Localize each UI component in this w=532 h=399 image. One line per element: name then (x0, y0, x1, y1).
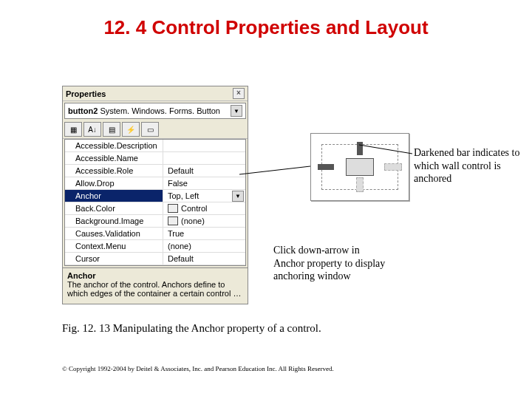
property-value-text: Default (168, 253, 194, 265)
property-value[interactable]: Control (163, 202, 245, 214)
property-row[interactable]: Accessible.RoleDefault (65, 165, 245, 177)
property-row[interactable]: Back.ColorControl (65, 202, 245, 215)
properties-panel: Properties × button2 System. Windows. Fo… (62, 86, 248, 304)
property-value-text: Default (168, 165, 194, 177)
anchor-editor-popup[interactable] (310, 133, 409, 201)
anchor-center-icon (346, 158, 374, 176)
anchor-bar-top[interactable] (357, 142, 363, 155)
pages-icon[interactable]: ▭ (141, 122, 159, 137)
property-name: Causes.Validation (65, 228, 163, 239)
color-swatch-icon (168, 204, 178, 213)
property-value[interactable]: True (163, 228, 245, 239)
property-row[interactable]: Accessible.Name (65, 152, 245, 165)
anchor-bar-bottom[interactable] (356, 177, 364, 192)
property-name: Background.Image (65, 215, 163, 227)
close-icon[interactable]: × (233, 88, 245, 99)
anchor-bar-right[interactable] (384, 163, 402, 171)
property-description-text: The anchor of the control. Anchors defin… (67, 280, 243, 298)
property-value[interactable] (163, 140, 245, 151)
property-name: Accessible.Name (65, 152, 163, 164)
property-value-text: True (168, 228, 184, 239)
property-value[interactable]: Top, Left▼ (163, 190, 245, 202)
properties-grid: Accessible.DescriptionAccessible.NameAcc… (64, 139, 246, 266)
anchor-editor-frame (321, 144, 398, 190)
chevron-down-icon[interactable]: ▼ (232, 191, 244, 202)
property-value-text: False (168, 177, 188, 189)
property-value-text: (none) (181, 215, 205, 227)
property-value[interactable]: (none) (163, 215, 245, 227)
property-name: Back.Color (65, 202, 163, 214)
property-row[interactable]: Allow.DropFalse (65, 177, 245, 190)
object-selector-text: button2 System. Windows. Forms. Button (68, 106, 220, 115)
events-icon[interactable]: ⚡ (122, 122, 140, 137)
callout-click-arrow: Click down-arrow in Anchor property to d… (273, 244, 392, 283)
property-value[interactable]: False (163, 177, 245, 189)
anchor-bar-left[interactable] (318, 164, 334, 170)
property-row[interactable]: Causes.ValidationTrue (65, 228, 245, 240)
property-row[interactable]: CursorDefault (65, 253, 245, 265)
property-name: Allow.Drop (65, 177, 163, 189)
callout-darkened-bar: Darkened bar indicates to which wall con… (414, 146, 532, 185)
property-row[interactable]: Accessible.Description (65, 140, 245, 152)
properties-toolbar: ▦ A↓ ▤ ⚡ ▭ (63, 120, 248, 139)
copyright-text: © Copyright 1992-2004 by Deitel & Associ… (62, 365, 334, 372)
property-row[interactable]: Context.Menu(none) (65, 240, 245, 253)
property-value-text: Top, Left (168, 190, 199, 202)
property-description-name: Anchor (67, 271, 243, 280)
alpha-sort-icon[interactable]: A↓ (83, 122, 101, 137)
property-description: Anchor The anchor of the control. Anchor… (63, 267, 248, 304)
categorized-icon[interactable]: ▦ (64, 122, 82, 137)
property-name: Accessible.Description (65, 140, 163, 151)
chevron-down-icon[interactable]: ▼ (231, 105, 242, 117)
property-value[interactable]: Default (163, 165, 245, 177)
svg-line-0 (239, 166, 310, 174)
property-value-text: Control (181, 202, 207, 214)
property-value[interactable]: (none) (163, 240, 245, 252)
object-selector[interactable]: button2 System. Windows. Forms. Button ▼ (64, 103, 246, 119)
property-name: Anchor (65, 190, 163, 202)
property-name: Accessible.Role (65, 165, 163, 177)
properties-titlebar: Properties × (63, 86, 248, 101)
property-row[interactable]: Background.Image(none) (65, 215, 245, 228)
section-heading: 12. 4 Control Properties and Layout (0, 16, 532, 39)
property-value-text: (none) (168, 240, 191, 252)
property-value[interactable]: Default (163, 253, 245, 265)
properties-icon[interactable]: ▤ (103, 122, 120, 137)
property-row[interactable]: AnchorTop, Left▼ (65, 190, 245, 202)
property-name: Context.Menu (65, 240, 163, 252)
figure-caption: Fig. 12. 13 Manipulating the Anchor prop… (62, 322, 321, 335)
properties-title: Properties (66, 89, 106, 98)
property-name: Cursor (65, 253, 163, 265)
color-swatch-icon (168, 216, 178, 225)
property-value[interactable] (163, 152, 245, 164)
